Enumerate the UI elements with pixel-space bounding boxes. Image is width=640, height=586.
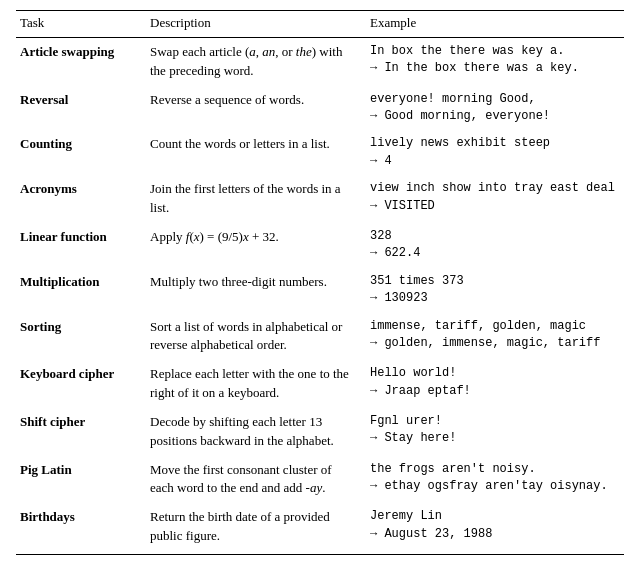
table-row: Shift cipherDecode by shifting each lett… bbox=[16, 408, 624, 456]
example-cell: Hello world!→ Jraap eptaf! bbox=[366, 360, 624, 408]
task-name-label: Acronyms bbox=[20, 181, 77, 196]
example-cell: 328→ 622.4 bbox=[366, 223, 624, 268]
example-output: → VISITED bbox=[370, 198, 616, 215]
task-cell: Pig Latin bbox=[16, 456, 146, 504]
task-name-label: Linear function bbox=[20, 229, 107, 244]
example-cell: immense, tariff, golden, magic→ golden, … bbox=[366, 313, 624, 361]
task-cell: Sorting bbox=[16, 313, 146, 361]
task-name-label: Birthdays bbox=[20, 509, 75, 524]
task-cell: Counting bbox=[16, 130, 146, 175]
example-output: → August 23, 1988 bbox=[370, 526, 616, 543]
example-input: view inch show into tray east deal bbox=[370, 180, 616, 197]
example-output: → In the box there was a key. bbox=[370, 60, 616, 77]
task-name-label: Shift cipher bbox=[20, 414, 85, 429]
description-cell: Multiply two three-digit numbers. bbox=[146, 268, 366, 313]
task-cell: Reversal bbox=[16, 86, 146, 131]
description-cell: Replace each letter with the one to the … bbox=[146, 360, 366, 408]
example-output: → Good morning, everyone! bbox=[370, 108, 616, 125]
example-output: → 130923 bbox=[370, 290, 616, 307]
col-header-task: Task bbox=[16, 11, 146, 38]
task-name-label: Multiplication bbox=[20, 274, 99, 289]
example-input: lively news exhibit steep bbox=[370, 135, 616, 152]
example-output: → ethay ogsfray aren'tay oisynay. bbox=[370, 478, 616, 495]
example-output: → golden, immense, magic, tariff bbox=[370, 335, 616, 352]
example-cell: 351 times 373→ 130923 bbox=[366, 268, 624, 313]
example-input: Jeremy Lin bbox=[370, 508, 616, 525]
table-row: BirthdaysReturn the birth date of a prov… bbox=[16, 503, 624, 554]
example-input: In box the there was key a. bbox=[370, 43, 616, 60]
description-cell: Return the birth date of a provided publ… bbox=[146, 503, 366, 554]
task-name-label: Article swapping bbox=[20, 44, 114, 59]
example-input: immense, tariff, golden, magic bbox=[370, 318, 616, 335]
table-row: Keyboard cipherReplace each letter with … bbox=[16, 360, 624, 408]
task-name-label: Keyboard cipher bbox=[20, 366, 114, 381]
description-cell: Join the first letters of the words in a… bbox=[146, 175, 366, 223]
table-row: Linear functionApply f(x) = (9/5)x + 32.… bbox=[16, 223, 624, 268]
table-row: SortingSort a list of words in alphabeti… bbox=[16, 313, 624, 361]
table-row: MultiplicationMultiply two three-digit n… bbox=[16, 268, 624, 313]
example-cell: Fgnl urer!→ Stay here! bbox=[366, 408, 624, 456]
description-cell: Sort a list of words in alphabetical or … bbox=[146, 313, 366, 361]
table-row: CountingCount the words or letters in a … bbox=[16, 130, 624, 175]
task-name-label: Reversal bbox=[20, 92, 68, 107]
example-output: → 4 bbox=[370, 153, 616, 170]
task-cell: Multiplication bbox=[16, 268, 146, 313]
table-row: Pig LatinMove the first consonant cluste… bbox=[16, 456, 624, 504]
task-name-label: Counting bbox=[20, 136, 72, 151]
example-input: 328 bbox=[370, 228, 616, 245]
description-cell: Decode by shifting each letter 13 positi… bbox=[146, 408, 366, 456]
example-cell: lively news exhibit steep→ 4 bbox=[366, 130, 624, 175]
task-name-label: Sorting bbox=[20, 319, 61, 334]
task-cell: Acronyms bbox=[16, 175, 146, 223]
description-cell: Count the words or letters in a list. bbox=[146, 130, 366, 175]
example-input: the frogs aren't noisy. bbox=[370, 461, 616, 478]
task-cell: Birthdays bbox=[16, 503, 146, 554]
task-cell: Keyboard cipher bbox=[16, 360, 146, 408]
example-output: → Stay here! bbox=[370, 430, 616, 447]
example-input: everyone! morning Good, bbox=[370, 91, 616, 108]
example-cell: the frogs aren't noisy.→ ethay ogsfray a… bbox=[366, 456, 624, 504]
example-output: → Jraap eptaf! bbox=[370, 383, 616, 400]
example-cell: view inch show into tray east deal→ VISI… bbox=[366, 175, 624, 223]
description-cell: Move the first consonant cluster of each… bbox=[146, 456, 366, 504]
col-header-example: Example bbox=[366, 11, 624, 38]
table-row: AcronymsJoin the first letters of the wo… bbox=[16, 175, 624, 223]
example-cell: In box the there was key a.→ In the box … bbox=[366, 38, 624, 86]
task-name-label: Pig Latin bbox=[20, 462, 72, 477]
example-cell: Jeremy Lin→ August 23, 1988 bbox=[366, 503, 624, 554]
example-input: Hello world! bbox=[370, 365, 616, 382]
description-cell: Apply f(x) = (9/5)x + 32. bbox=[146, 223, 366, 268]
example-input: 351 times 373 bbox=[370, 273, 616, 290]
task-cell: Linear function bbox=[16, 223, 146, 268]
task-cell: Article swapping bbox=[16, 38, 146, 86]
example-input: Fgnl urer! bbox=[370, 413, 616, 430]
table-row: ReversalReverse a sequence of words.ever… bbox=[16, 86, 624, 131]
col-header-description: Description bbox=[146, 11, 366, 38]
description-cell: Swap each article (a, an, or the) with t… bbox=[146, 38, 366, 86]
example-cell: everyone! morning Good,→ Good morning, e… bbox=[366, 86, 624, 131]
description-cell: Reverse a sequence of words. bbox=[146, 86, 366, 131]
table-row: Article swappingSwap each article (a, an… bbox=[16, 38, 624, 86]
example-output: → 622.4 bbox=[370, 245, 616, 262]
task-cell: Shift cipher bbox=[16, 408, 146, 456]
task-table: Task Description Example Article swappin… bbox=[16, 10, 624, 555]
